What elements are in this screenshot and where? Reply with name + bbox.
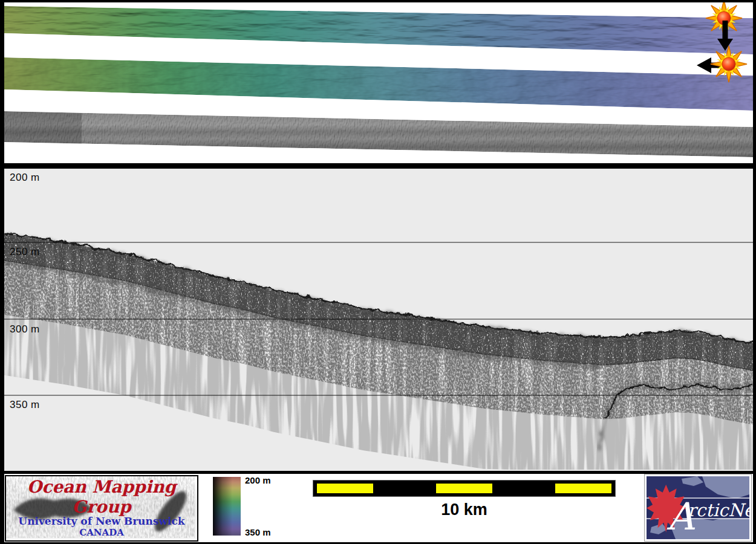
colorbar-top-label: 200 m bbox=[245, 475, 287, 485]
bathymetry-swath-strip-1 bbox=[4, 6, 753, 54]
arcticnet-logo: A rcticNet bbox=[644, 474, 752, 542]
scale-bar-segment bbox=[496, 481, 552, 496]
scale-bar-segment bbox=[317, 484, 373, 493]
scale-bar-segment bbox=[377, 481, 433, 496]
figure-frame: 200 m 250 m 300 m 350 m bbox=[0, 0, 756, 544]
section-divider bbox=[4, 163, 753, 169]
arcticnet-art: A rcticNet bbox=[647, 476, 749, 539]
swath-panel bbox=[4, 2, 753, 163]
depth-colorbar bbox=[213, 477, 241, 536]
scale-bar-segment bbox=[555, 484, 611, 493]
sidescan-swath-strip bbox=[4, 111, 753, 157]
omg-title: Ocean Mapping Group bbox=[6, 477, 197, 517]
echogram-graphics bbox=[4, 169, 753, 471]
subbottom-profile-panel: 200 m 250 m 300 m 350 m bbox=[4, 169, 753, 471]
scale-bar-label: 10 km bbox=[313, 500, 616, 519]
arcticnet-wordmark: rcticNet bbox=[688, 500, 749, 520]
depth-label-300m: 300 m bbox=[10, 323, 40, 335]
omg-logo: Ocean Mapping Group University of New Br… bbox=[5, 475, 198, 542]
sidescan-left-segment bbox=[4, 111, 82, 144]
sun-east-icon bbox=[711, 46, 747, 82]
scale-bar-segment bbox=[436, 484, 492, 493]
footer: Ocean Mapping Group University of New Br… bbox=[4, 474, 753, 544]
colorbar-bottom-label: 350 m bbox=[245, 527, 287, 537]
map-scale-bar bbox=[313, 480, 616, 497]
bathymetry-swath-strip-2 bbox=[4, 57, 753, 111]
depth-label-350m: 350 m bbox=[10, 399, 40, 411]
depth-label-250m: 250 m bbox=[10, 246, 40, 258]
omg-country: CANADA bbox=[6, 527, 197, 538]
omg-university: University of New Brunswick bbox=[6, 515, 197, 527]
swath-graphics bbox=[4, 2, 753, 163]
depth-label-200m: 200 m bbox=[10, 172, 40, 184]
arcticnet-logo-inner: A rcticNet bbox=[647, 476, 749, 539]
